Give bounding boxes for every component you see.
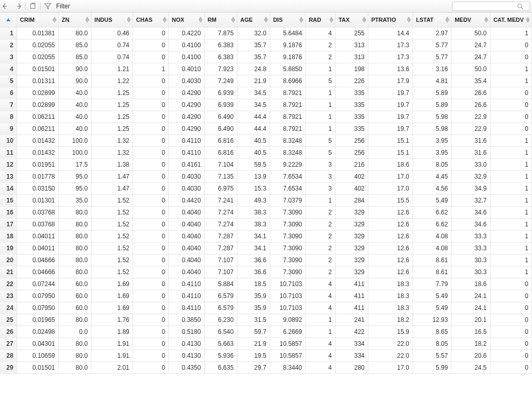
cell-indus: 1.25	[91, 111, 132, 123]
table-row[interactable]: 220.0724460.01.6900.41105.88418.510.7103…	[0, 278, 532, 290]
cell-tax: 411	[335, 278, 368, 290]
cell-rad: 2	[305, 218, 335, 230]
cell-chas: 0	[133, 206, 169, 218]
cell-rad: 2	[305, 242, 335, 254]
cell-lstat: 8.05	[413, 338, 451, 349]
col-header-label: TAX	[339, 17, 350, 23]
col-header-dis[interactable]: DIS	[270, 12, 305, 27]
cell-crim: 0.02899	[17, 99, 58, 111]
cell-age: 24.8	[237, 63, 270, 75]
cell-age: 13.9	[237, 170, 270, 182]
table-row[interactable]: 190.0401180.01.5200.40407.28734.17.30902…	[0, 242, 532, 254]
table-row[interactable]: 10.0138180.00.4600.42207.87532.05.648442…	[0, 27, 532, 39]
table-row[interactable]: 270.0430180.01.9100.41305.66321.910.5857…	[0, 338, 532, 349]
cell-cat_medv: 1	[490, 158, 531, 170]
table-row[interactable]: 70.0289940.01.2500.42906.93934.58.792113…	[0, 99, 532, 111]
cell-ptratio: 13.6	[368, 63, 413, 75]
table-row[interactable]: 290.0150180.02.0100.43506.63529.78.34404…	[0, 361, 532, 373]
col-header-label: PTRATIO	[371, 17, 396, 23]
cell-age: 59.5	[237, 158, 270, 170]
table-row[interactable]: 210.0466680.01.5200.40407.10736.67.30902…	[0, 266, 532, 278]
table-row[interactable]: 170.0376880.01.5200.40407.27438.37.30902…	[0, 218, 532, 230]
table-row[interactable]: 260.024980.01.8900.51806.54059.76.266914…	[0, 326, 532, 338]
col-header-crim[interactable]: CRIM	[17, 12, 58, 27]
table-row[interactable]: 20.0205585.00.7400.41006.38335.79.187623…	[0, 39, 532, 51]
cell-ptratio: 17.0	[368, 170, 413, 182]
table-row[interactable]: 130.0177895.01.4700.40307.13513.97.65343…	[0, 170, 532, 182]
col-header-indus[interactable]: INDUS	[91, 12, 132, 27]
table-row[interactable]: 250.0196580.01.7600.38506.23031.59.08921…	[0, 314, 532, 326]
table-row[interactable]: 90.0621140.01.2500.42906.49044.48.792113…	[0, 123, 532, 134]
table-row[interactable]: 120.0195117.51.3800.41617.10459.59.22293…	[0, 158, 532, 170]
cell-tax: 313	[335, 39, 368, 51]
table-row[interactable]: 30.0205585.00.7400.41006.38335.79.187623…	[0, 51, 532, 63]
cell-dis: 7.3090	[270, 266, 305, 278]
col-header-rm[interactable]: RM	[204, 12, 237, 27]
cell-ptratio: 18.2	[368, 314, 413, 326]
table-row[interactable]: 50.0131190.01.2200.40307.24921.98.696652…	[0, 75, 532, 87]
col-header-lstat[interactable]: LSTAT	[413, 12, 451, 27]
nav-back-icon[interactable]	[2, 2, 10, 10]
table-row[interactable]: 100.01432100.01.3200.41106.81640.58.3248…	[0, 134, 532, 146]
table-row[interactable]: 150.0130135.01.5200.44207.24149.37.03791…	[0, 194, 532, 206]
cell-age: 21.9	[237, 75, 270, 87]
cell-dis: 5.6484	[270, 27, 305, 39]
table-row[interactable]: 160.0376880.01.5200.40407.27438.37.30902…	[0, 206, 532, 218]
table-row[interactable]: 140.0315095.01.4700.40306.97515.37.65343…	[0, 182, 532, 194]
cell-dis: 10.5857	[270, 338, 305, 349]
col-header-tax[interactable]: TAX	[335, 12, 368, 27]
cell-rm: 6.939	[204, 99, 237, 111]
cell-crim: 0.01381	[17, 27, 58, 39]
cell-nox: 0.4130	[168, 338, 204, 349]
cell-ptratio: 19.7	[368, 87, 413, 99]
row-number-cell: 7	[0, 99, 17, 111]
nav-forward-icon[interactable]	[14, 2, 22, 10]
cell-age: 35.9	[237, 302, 270, 314]
row-number-cell: 8	[0, 111, 17, 123]
col-header-nox[interactable]: NOX	[168, 12, 204, 27]
cell-age: 36.6	[237, 266, 270, 278]
cell-nox: 0.4030	[168, 75, 204, 87]
table-row[interactable]: 110.01432100.01.3200.41106.81640.58.3248…	[0, 146, 532, 158]
cell-chas: 0	[133, 51, 169, 63]
row-number-header[interactable]	[0, 12, 17, 27]
cell-dis: 10.7103	[270, 290, 305, 302]
table-row[interactable]: 240.0795060.01.6900.41106.57935.910.7103…	[0, 302, 532, 314]
cell-rad: 5	[305, 75, 335, 87]
cell-medv: 18.6	[451, 278, 490, 290]
cell-ptratio: 12.6	[368, 206, 413, 218]
col-header-age[interactable]: AGE	[237, 12, 270, 27]
col-header-cat_medv[interactable]: CAT. MEDV	[490, 12, 531, 27]
table-row[interactable]: 60.0289940.01.2500.42906.93934.58.792113…	[0, 87, 532, 99]
cell-medv: 26.6	[451, 99, 490, 111]
row-number-cell: 28	[0, 349, 17, 361]
table-row[interactable]: 40.0150190.01.2110.40107.92324.85.885011…	[0, 63, 532, 75]
table-row[interactable]: 280.1065980.01.9100.41305.93619.510.5857…	[0, 349, 532, 361]
col-header-medv[interactable]: MEDV	[451, 12, 490, 27]
filter-label[interactable]: Filter	[56, 3, 70, 10]
search-input[interactable]	[455, 3, 517, 10]
col-header-label: AGE	[241, 17, 253, 23]
cell-crim: 0.01501	[17, 63, 58, 75]
cell-chas: 0	[133, 254, 169, 266]
data-table-wrap: CRIMZNINDUSCHASNOXRMAGEDISRADTAXPTRATIOL…	[0, 12, 532, 374]
table-row[interactable]: 180.0401180.01.5200.40407.28734.17.30902…	[0, 230, 532, 242]
cell-ptratio: 19.7	[368, 123, 413, 134]
col-header-zn[interactable]: ZN	[58, 12, 91, 27]
table-row[interactable]: 80.0621140.01.2500.42906.49044.48.792113…	[0, 111, 532, 123]
table-row[interactable]: 200.0466680.01.5200.40407.10736.67.30902…	[0, 254, 532, 266]
cell-tax: 402	[335, 182, 368, 194]
cell-tax: 329	[335, 218, 368, 230]
cell-nox: 0.4110	[168, 290, 204, 302]
search-box[interactable]	[452, 2, 530, 11]
cell-tax: 335	[335, 111, 368, 123]
col-header-ptratio[interactable]: PTRATIO	[368, 12, 413, 27]
filter-icon[interactable]	[44, 2, 52, 10]
cell-rm: 6.383	[204, 39, 237, 51]
new-window-icon[interactable]	[29, 2, 37, 10]
table-row[interactable]: 230.0795060.01.6900.41106.57935.910.7103…	[0, 290, 532, 302]
col-header-chas[interactable]: CHAS	[133, 12, 169, 27]
cell-nox: 0.4110	[168, 134, 204, 146]
col-header-rad[interactable]: RAD	[305, 12, 335, 27]
cell-crim: 0.04011	[17, 230, 58, 242]
